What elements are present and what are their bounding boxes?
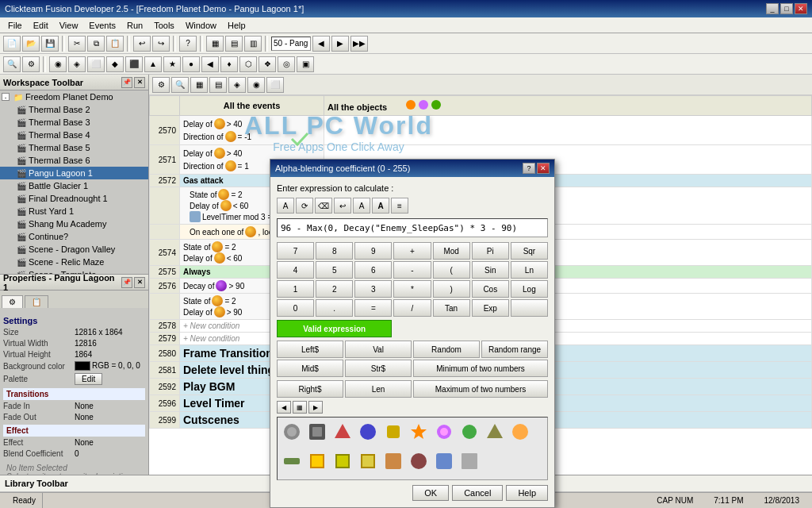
svg-marker-21 [336, 455, 349, 468]
key-3[interactable]: 3 [354, 280, 392, 298]
dialog-prompt: Enter expression to calculate : [277, 183, 548, 193]
key-7[interactable]: 7 [277, 242, 314, 260]
key-6[interactable]: 6 [354, 261, 392, 279]
key-sin[interactable]: Sin [472, 261, 509, 279]
dialog-expr-toolbar: A ⟳ ⌫ ↩ A A ≡ [277, 198, 548, 214]
sprite-13[interactable] [331, 450, 354, 472]
sprite-17[interactable] [433, 450, 455, 472]
func-random-range[interactable]: Random range [481, 341, 548, 358]
key-ln[interactable]: Ln [511, 261, 548, 279]
sprite-2[interactable] [306, 421, 328, 443]
key-8[interactable]: 8 [316, 242, 353, 260]
dialog-body: Enter expression to calculate : A ⟳ ⌫ ↩ … [270, 177, 554, 507]
key-open-paren[interactable]: ( [433, 261, 470, 279]
sprite-tab-right[interactable]: ▶ [308, 401, 323, 414]
key-9[interactable]: 9 [354, 242, 392, 260]
sprite-area [277, 417, 548, 480]
svg-rect-23 [385, 453, 401, 469]
func-max[interactable]: Maximum of two numbers [413, 380, 548, 398]
sprite-7[interactable] [433, 421, 455, 443]
alpha-blend-dialog: Alpha-blending coefficient (0 - 255) ? ✕… [270, 159, 555, 508]
func-val[interactable]: Val [345, 341, 412, 358]
svg-marker-20 [311, 455, 324, 468]
valid-expression-indicator: Valid expression [277, 320, 392, 337]
svg-rect-26 [462, 453, 477, 469]
expr-tool-2[interactable]: ⟳ [296, 198, 313, 214]
dialog-overlay: Alpha-blending coefficient (0 - 255) ? ✕… [0, 0, 812, 508]
key-pi[interactable]: Pi [472, 242, 509, 260]
expr-tool-1[interactable]: A [277, 198, 294, 214]
dialog-footer: OK Cancel Help [277, 480, 548, 501]
func-len[interactable]: Len [345, 380, 412, 398]
svg-marker-17 [487, 424, 503, 438]
svg-marker-22 [362, 455, 374, 468]
key-exp[interactable]: Exp [472, 299, 509, 317]
sprite-18[interactable] [458, 450, 481, 472]
svg-rect-12 [387, 425, 400, 438]
svg-point-15 [440, 428, 448, 436]
key-mod[interactable]: Mod [433, 242, 470, 260]
func-left[interactable]: Left$ [277, 341, 343, 358]
svg-point-7 [287, 427, 297, 437]
key-mul[interactable]: * [393, 280, 431, 298]
sprite-15[interactable] [382, 450, 404, 472]
sprite-11[interactable] [281, 450, 303, 472]
help-footer-button[interactable]: Help [506, 485, 548, 501]
key-0[interactable]: 0 [277, 299, 314, 317]
svg-point-18 [512, 424, 528, 440]
sprite-5[interactable] [382, 421, 404, 443]
sprite-16[interactable] [408, 450, 430, 472]
dialog-help-btn[interactable]: ? [523, 163, 535, 174]
key-dot[interactable]: . [316, 299, 353, 317]
expression-input[interactable] [277, 218, 548, 237]
expr-tool-5[interactable]: A [353, 198, 370, 214]
sprite-14[interactable] [357, 450, 379, 472]
dialog-title-text: Alpha-blending coefficient (0 - 255) [275, 164, 410, 173]
key-cos[interactable]: Cos [472, 280, 509, 298]
dialog-title-controls[interactable]: ? ✕ [523, 163, 550, 174]
key-2[interactable]: 2 [316, 280, 353, 298]
key-5[interactable]: 5 [316, 261, 353, 279]
sprite-9[interactable] [484, 421, 506, 443]
key-sqr[interactable]: Sqr [511, 242, 548, 260]
sprite-tab-left[interactable]: ◀ [277, 401, 291, 414]
svg-rect-9 [312, 427, 322, 437]
key-minus[interactable]: - [393, 261, 431, 279]
svg-rect-19 [284, 458, 300, 464]
key-plus[interactable]: + [393, 242, 431, 260]
key-empty [511, 299, 548, 317]
dialog-title-bar: Alpha-blending coefficient (0 - 255) ? ✕ [270, 160, 554, 177]
key-eq[interactable]: = [354, 299, 392, 317]
key-tan[interactable]: Tan [433, 299, 470, 317]
key-1[interactable]: 1 [277, 280, 314, 298]
sprite-10[interactable] [509, 421, 531, 443]
key-4[interactable]: 4 [277, 261, 314, 279]
func-min[interactable]: Minimum of two numbers [413, 360, 548, 377]
svg-rect-25 [436, 453, 452, 469]
key-close-paren[interactable]: ) [433, 280, 470, 298]
sprite-tab-grid[interactable]: ▦ [293, 401, 307, 414]
sprite-4[interactable] [357, 421, 379, 443]
func-mid[interactable]: Mid$ [277, 360, 343, 377]
sprite-12[interactable] [306, 450, 328, 472]
func-right[interactable]: Right$ [277, 380, 343, 398]
expr-tool-6[interactable]: A [372, 198, 389, 214]
sprite-1[interactable] [281, 421, 303, 443]
expr-tool-7[interactable]: ≡ [391, 198, 408, 214]
svg-rect-16 [462, 425, 477, 439]
key-div[interactable]: / [393, 299, 431, 317]
expr-tool-4[interactable]: ↩ [334, 198, 351, 214]
sprite-3[interactable] [331, 421, 354, 443]
func-str[interactable]: Str$ [345, 360, 412, 377]
dialog-close-btn[interactable]: ✕ [537, 163, 550, 174]
sprite-6[interactable] [408, 421, 430, 443]
sprite-8[interactable] [458, 421, 481, 443]
svg-marker-13 [411, 424, 427, 439]
svg-point-24 [411, 453, 427, 469]
ok-button[interactable]: OK [412, 485, 449, 501]
expr-tool-3[interactable]: ⌫ [315, 198, 332, 214]
cancel-button[interactable]: Cancel [452, 485, 503, 501]
key-log[interactable]: Log [511, 280, 548, 298]
func-random[interactable]: Random [413, 341, 480, 358]
svg-marker-10 [335, 424, 350, 438]
